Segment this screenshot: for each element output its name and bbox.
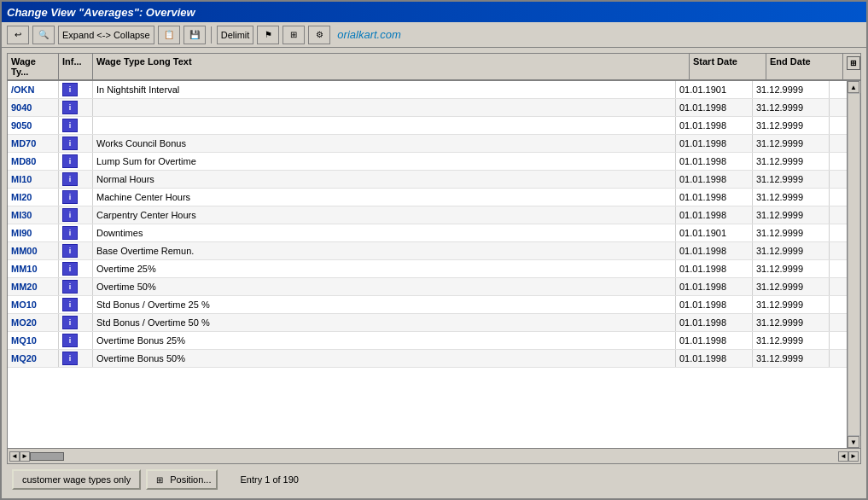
cell-long-text: In Nightshift Interval	[93, 81, 676, 98]
info-button[interactable]: i	[62, 262, 78, 276]
info-button[interactable]: i	[62, 280, 78, 294]
cell-inf[interactable]: i	[59, 224, 93, 241]
delimit-button[interactable]: Delimit	[217, 26, 254, 44]
cell-inf[interactable]: i	[59, 296, 93, 313]
scroll-down-button[interactable]: ▼	[848, 436, 859, 448]
cell-long-text: Overtime Bonus 50%	[93, 350, 676, 367]
cell-extra	[830, 189, 847, 206]
table-row[interactable]: MD80 i Lump Sum for Overtime 01.01.1998 …	[8, 153, 847, 171]
table-row[interactable]: MI30 i Carpentry Center Hours 01.01.1998…	[8, 206, 847, 224]
scroll-left-button-2[interactable]: ◄	[838, 451, 848, 462]
cell-end-date: 31.12.9999	[753, 189, 830, 206]
search-icon: 🔍	[37, 28, 50, 42]
info-button[interactable]: i	[62, 316, 78, 329]
table-row[interactable]: MI20 i Machine Center Hours 01.01.1998 3…	[8, 189, 847, 206]
table-body: /OKN i In Nightshift Interval 01.01.1901…	[8, 81, 847, 448]
info-button[interactable]: i	[62, 208, 78, 222]
grid-icon: ⊞	[287, 28, 300, 42]
info-button[interactable]: i	[62, 226, 78, 240]
cell-inf[interactable]: i	[59, 242, 93, 259]
table-row[interactable]: MM00 i Base Overtime Remun. 01.01.1998 3…	[8, 242, 847, 260]
scroll-right-button-2[interactable]: ►	[848, 451, 859, 462]
info-button[interactable]: i	[62, 101, 78, 114]
copy-button[interactable]: 📋	[158, 26, 180, 44]
cell-inf[interactable]: i	[59, 153, 93, 170]
info-button[interactable]: i	[62, 119, 78, 132]
table-row[interactable]: MM10 i Overtime 25% 01.01.1998 31.12.999…	[8, 260, 847, 278]
cell-extra	[830, 314, 847, 331]
undo-button[interactable]: ↩	[7, 26, 29, 44]
horizontal-scrollbar[interactable]: ◄ ► ◄ ►	[8, 448, 860, 463]
grid-button[interactable]: ⊞	[283, 26, 305, 44]
table-row[interactable]: MI10 i Normal Hours 01.01.1998 31.12.999…	[8, 171, 847, 189]
search-button[interactable]: 🔍	[32, 26, 55, 44]
delimit-label: Delimit	[221, 30, 250, 40]
scroll-right-button[interactable]: ►	[20, 451, 30, 462]
cell-inf[interactable]: i	[59, 99, 93, 116]
cell-inf[interactable]: i	[59, 260, 93, 277]
scroll-up-button[interactable]: ▲	[848, 81, 859, 93]
save-button[interactable]: 💾	[184, 26, 206, 44]
cell-wage-type: /OKN	[8, 81, 59, 98]
cell-extra	[830, 135, 847, 152]
info-button[interactable]: i	[62, 83, 78, 96]
table-row[interactable]: MQ10 i Overtime Bonus 25% 01.01.1998 31.…	[8, 332, 847, 350]
cell-inf[interactable]: i	[59, 117, 93, 134]
info-button[interactable]: i	[62, 334, 78, 347]
cell-inf[interactable]: i	[59, 135, 93, 152]
cell-end-date: 31.12.9999	[753, 224, 830, 241]
customer-wage-types-button[interactable]: customer wage types only	[12, 469, 141, 490]
cell-inf[interactable]: i	[59, 171, 93, 188]
scroll-left-button[interactable]: ◄	[9, 451, 20, 462]
cell-end-date: 31.12.9999	[753, 242, 830, 259]
cell-long-text: Overtime Bonus 25%	[93, 332, 676, 349]
cell-wage-type: MM10	[8, 260, 59, 277]
cell-long-text: Downtimes	[93, 224, 676, 241]
vertical-scrollbar[interactable]: ▲ ▼	[847, 81, 860, 448]
cell-long-text: Normal Hours	[93, 171, 676, 188]
cell-inf[interactable]: i	[59, 81, 93, 98]
cell-inf[interactable]: i	[59, 350, 93, 367]
cell-inf[interactable]: i	[59, 332, 93, 349]
table-row[interactable]: MO10 i Std Bonus / Overtime 25 % 01.01.1…	[8, 296, 847, 314]
cell-inf[interactable]: i	[59, 189, 93, 206]
cell-extra	[830, 153, 847, 170]
cell-long-text: Lump Sum for Overtime	[93, 153, 676, 170]
settings-button[interactable]: ⚙	[308, 26, 330, 44]
position-button[interactable]: ⊞ Position...	[146, 469, 218, 490]
info-button[interactable]: i	[62, 154, 78, 168]
main-window: Change View "Averages": Overview ↩ 🔍 Exp…	[0, 0, 868, 500]
settings-icon: ⚙	[312, 28, 326, 42]
col-header-settings[interactable]: ⊞	[843, 54, 860, 79]
info-button[interactable]: i	[62, 244, 78, 258]
info-button[interactable]: i	[62, 298, 78, 311]
cell-start-date: 01.01.1998	[676, 296, 753, 313]
cell-long-text: Std Bonus / Overtime 50 %	[93, 314, 676, 331]
scroll-thumb[interactable]	[30, 452, 64, 461]
table-row[interactable]: MI90 i Downtimes 01.01.1901 31.12.9999	[8, 224, 847, 242]
customer-wage-types-label: customer wage types only	[22, 474, 131, 485]
cell-inf[interactable]: i	[59, 278, 93, 295]
col-header-end-date: End Date	[766, 54, 843, 79]
scroll-track-v	[848, 93, 860, 436]
navigate-button[interactable]: ⚑	[257, 26, 279, 44]
table-row[interactable]: /OKN i In Nightshift Interval 01.01.1901…	[8, 81, 847, 99]
table-row[interactable]: 9050 i 01.01.1998 31.12.9999	[8, 117, 847, 135]
info-button[interactable]: i	[62, 352, 78, 365]
table-row[interactable]: 9040 i 01.01.1998 31.12.9999	[8, 99, 847, 117]
cell-wage-type: MI30	[8, 206, 59, 224]
table-row[interactable]: MM20 i Overtime 50% 01.01.1998 31.12.999…	[8, 278, 847, 296]
cell-wage-type: MI20	[8, 189, 59, 206]
table-row[interactable]: MD70 i Works Council Bonus 01.01.1998 31…	[8, 135, 847, 153]
table-row[interactable]: MQ20 i Overtime Bonus 50% 01.01.1998 31.…	[8, 350, 847, 368]
cell-end-date: 31.12.9999	[753, 314, 830, 331]
cell-inf[interactable]: i	[59, 314, 93, 331]
info-button[interactable]: i	[62, 190, 78, 204]
info-button[interactable]: i	[62, 137, 78, 150]
expand-collapse-button[interactable]: Expand <-> Collapse	[58, 26, 154, 44]
cell-long-text: Std Bonus / Overtime 25 %	[93, 296, 676, 313]
table-row[interactable]: MO20 i Std Bonus / Overtime 50 % 01.01.1…	[8, 314, 847, 332]
column-settings-icon[interactable]: ⊞	[847, 56, 860, 70]
cell-inf[interactable]: i	[59, 206, 93, 224]
info-button[interactable]: i	[62, 172, 78, 186]
